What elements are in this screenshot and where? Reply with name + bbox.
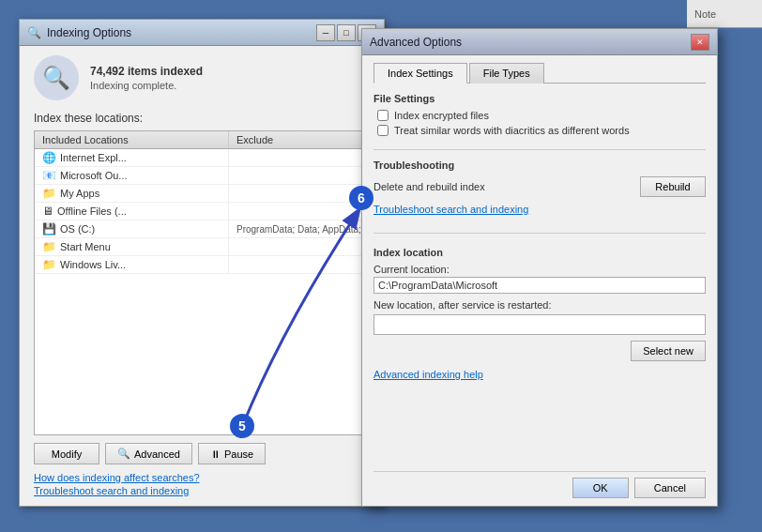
checkbox-row-1: Index encrypted files bbox=[373, 110, 706, 121]
troubleshooting-title: Troubleshooting bbox=[373, 160, 706, 171]
dialog-content: Index Settings File Types File Settings … bbox=[362, 55, 717, 506]
items-indexed-count: 74,492 items indexed bbox=[90, 65, 203, 78]
file-settings-title: File Settings bbox=[373, 93, 706, 104]
note-label: Note bbox=[694, 8, 716, 20]
indexing-status: Indexing complete. bbox=[90, 80, 203, 91]
ok-button[interactable]: OK bbox=[572, 478, 629, 498]
cell-exclude bbox=[229, 238, 369, 255]
advanced-btn-icon: 🔍 bbox=[117, 448, 130, 460]
locations-label: Index these locations: bbox=[34, 112, 370, 125]
delete-rebuild-label: Delete and rebuild index bbox=[373, 181, 485, 192]
diacritics-checkbox[interactable] bbox=[377, 125, 389, 136]
tab-bar: Index Settings File Types bbox=[373, 63, 706, 84]
cell-location: 📁My Apps bbox=[35, 185, 229, 202]
cell-location: 📁Start Menu bbox=[35, 238, 229, 255]
indexing-window-title: Indexing Options bbox=[47, 26, 131, 39]
table-row[interactable]: 📁Start Menu bbox=[35, 238, 369, 256]
indexing-titlebar: 🔍 Indexing Options ─ □ ✕ bbox=[20, 20, 384, 46]
table-row[interactable]: 📧Microsoft Ou... bbox=[35, 167, 369, 185]
how-does-link[interactable]: How does indexing affect searches? bbox=[34, 472, 370, 483]
divider-2 bbox=[373, 233, 706, 234]
checkbox-1-label: Index encrypted files bbox=[394, 110, 489, 121]
note-area: Note bbox=[687, 0, 762, 28]
index-location-section: Index location Current location: New loc… bbox=[373, 247, 706, 369]
cell-exclude bbox=[229, 256, 369, 273]
cell-exclude: ProgramData; Data; AppData; AppData; ... bbox=[229, 220, 369, 237]
table-row[interactable]: 📁My Apps bbox=[35, 185, 369, 203]
new-location-label: New location, after service is restarted… bbox=[373, 299, 706, 311]
checkbox-2-label: Treat similar words with diacritics as d… bbox=[394, 125, 630, 136]
cell-location: 📁Windows Liv... bbox=[35, 256, 229, 273]
cell-exclude bbox=[229, 167, 369, 184]
dialog-titlebar: Advanced Options ✕ bbox=[362, 29, 717, 55]
cell-exclude bbox=[229, 203, 369, 220]
table-row[interactable]: 📁Windows Liv... bbox=[35, 256, 369, 274]
dialog-buttons: OK Cancel bbox=[373, 471, 706, 498]
cell-location: 💾OS (C:) bbox=[35, 220, 229, 237]
search-large-icon: 🔍 bbox=[34, 55, 79, 100]
cancel-button[interactable]: Cancel bbox=[634, 478, 706, 498]
rebuild-button[interactable]: Rebuild bbox=[640, 176, 706, 197]
indexing-window-content: 🔍 74,492 items indexed Indexing complete… bbox=[20, 46, 384, 506]
locations-table: Included Locations Exclude 🌐Internet Exp… bbox=[34, 130, 370, 435]
table-header: Included Locations Exclude bbox=[35, 131, 369, 149]
indexing-options-window: 🔍 Indexing Options ─ □ ✕ 🔍 74,492 items … bbox=[19, 19, 385, 507]
dialog-close-button[interactable]: ✕ bbox=[691, 34, 709, 51]
troubleshoot-section: Troubleshooting Delete and rebuild index… bbox=[373, 160, 706, 216]
select-new-row: Select new bbox=[373, 341, 706, 361]
table-row[interactable]: 🌐Internet Expl... bbox=[35, 149, 369, 167]
cell-location: 🌐Internet Expl... bbox=[35, 149, 229, 166]
troubleshoot-link[interactable]: Troubleshoot search and indexing bbox=[34, 485, 370, 496]
maximize-button[interactable]: □ bbox=[337, 24, 356, 41]
table-row[interactable]: 🖥Offline Files (... bbox=[35, 203, 369, 220]
cell-location: 🖥Offline Files (... bbox=[35, 203, 229, 220]
tab-file-types[interactable]: File Types bbox=[469, 63, 544, 84]
index-encrypted-checkbox[interactable] bbox=[377, 110, 389, 121]
table-row[interactable]: 💾OS (C:) ProgramData; Data; AppData; App… bbox=[35, 220, 369, 238]
title-left: 🔍 Indexing Options bbox=[27, 26, 131, 39]
divider-1 bbox=[373, 149, 706, 150]
dialog-title: Advanced Options bbox=[370, 36, 462, 49]
index-info: 74,492 items indexed Indexing complete. bbox=[90, 65, 203, 91]
checkbox-row-2: Treat similar words with diacritics as d… bbox=[373, 125, 706, 136]
current-location-label: Current location: bbox=[373, 264, 706, 275]
advanced-button[interactable]: 🔍 Advanced bbox=[105, 443, 192, 464]
index-header: 🔍 74,492 items indexed Indexing complete… bbox=[34, 55, 370, 100]
advanced-help-link[interactable]: Advanced indexing help bbox=[373, 369, 706, 380]
cell-location: 📧Microsoft Ou... bbox=[35, 167, 229, 184]
tab-index-settings[interactable]: Index Settings bbox=[373, 63, 467, 84]
minimize-button[interactable]: ─ bbox=[316, 24, 335, 41]
advanced-btn-label: Advanced bbox=[134, 448, 180, 460]
current-location-field[interactable] bbox=[373, 277, 706, 294]
col-exclude: Exclude bbox=[229, 131, 369, 148]
select-new-button[interactable]: Select new bbox=[631, 341, 706, 361]
modify-button[interactable]: Modify bbox=[34, 443, 99, 464]
index-location-title: Index location bbox=[373, 247, 706, 258]
pause-label: Pause bbox=[224, 448, 253, 460]
pause-icon: ⏸ bbox=[210, 448, 221, 460]
col-included: Included Locations bbox=[35, 131, 229, 148]
new-location-input[interactable] bbox=[373, 314, 706, 335]
troubleshoot-search-link[interactable]: Troubleshoot search and indexing bbox=[373, 204, 528, 215]
footer-links: How does indexing affect searches? Troub… bbox=[34, 472, 370, 496]
rebuild-row: Delete and rebuild index Rebuild bbox=[373, 176, 706, 197]
cell-exclude bbox=[229, 185, 369, 202]
annotation-6: 6 bbox=[349, 186, 373, 210]
pause-button[interactable]: ⏸ Pause bbox=[198, 443, 266, 464]
window-footer-buttons: Modify 🔍 Advanced ⏸ Pause bbox=[34, 443, 370, 464]
advanced-options-dialog: Advanced Options ✕ Index Settings File T… bbox=[361, 28, 718, 507]
annotation-5: 5 bbox=[230, 414, 254, 438]
cell-exclude bbox=[229, 149, 369, 166]
indexing-title-icon: 🔍 bbox=[27, 26, 41, 39]
